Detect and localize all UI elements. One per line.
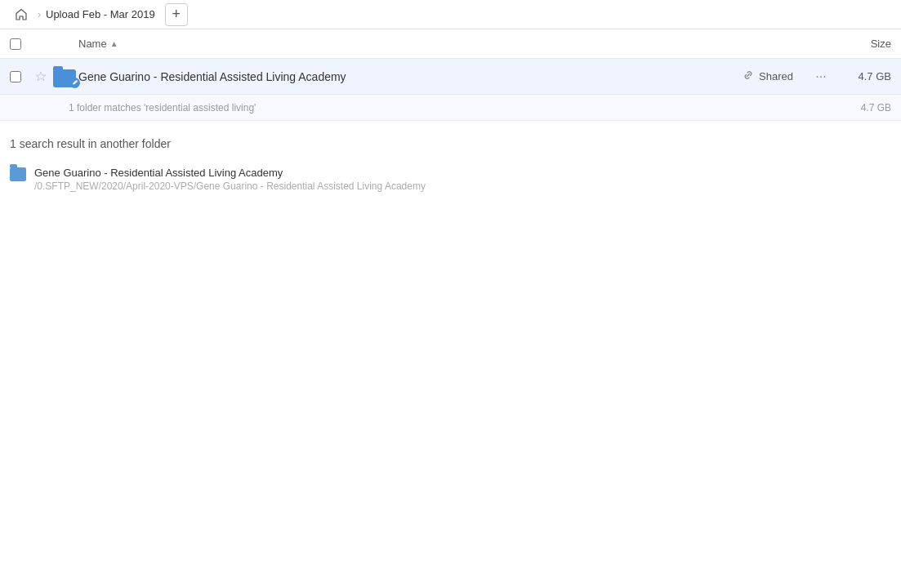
- row-checkbox[interactable]: [10, 71, 21, 82]
- breadcrumb-title: Upload Feb - Mar 2019: [46, 8, 155, 20]
- search-result-info: Gene Guarino - Residential Assisted Livi…: [34, 167, 426, 192]
- select-all-checkbox-area[interactable]: [10, 38, 29, 50]
- home-button[interactable]: [10, 3, 33, 26]
- ellipsis-icon: ···: [815, 69, 826, 84]
- select-all-checkbox[interactable]: [10, 38, 21, 50]
- header-bar: › Upload Feb - Mar 2019 +: [0, 0, 901, 29]
- search-result-section: 1 search result in another folder Gene G…: [0, 121, 901, 205]
- match-info-size: 4.7 GB: [861, 102, 891, 114]
- star-button[interactable]: [29, 71, 52, 82]
- row-checkbox-area[interactable]: [10, 71, 29, 82]
- more-options-button[interactable]: ···: [810, 65, 832, 88]
- folder-small-icon: [10, 167, 26, 181]
- search-result-heading: 1 search result in another folder: [10, 137, 891, 150]
- search-result-name: Gene Guarino - Residential Assisted Livi…: [34, 167, 426, 179]
- sort-arrow-icon: ▲: [110, 39, 118, 48]
- list-item[interactable]: Gene Guarino - Residential Assisted Livi…: [10, 162, 891, 197]
- file-size: 4.7 GB: [842, 70, 891, 82]
- size-column-header[interactable]: Size: [826, 38, 891, 50]
- search-result-path: /0.SFTP_NEW/2020/April-2020-VPS/Gene Gua…: [34, 180, 426, 192]
- match-info-row: 1 folder matches 'residential assisted l…: [0, 95, 901, 121]
- folder-icon: [52, 66, 78, 87]
- name-column-header[interactable]: Name ▲: [78, 38, 826, 50]
- breadcrumb-separator: ›: [38, 9, 41, 20]
- shared-area: Shared: [743, 69, 793, 83]
- shared-label: Shared: [759, 70, 793, 82]
- add-button[interactable]: +: [165, 3, 188, 26]
- name-column-label: Name: [78, 38, 107, 50]
- link-icon: [743, 69, 754, 83]
- column-headers: Name ▲ Size: [0, 29, 901, 59]
- file-name: Gene Guarino - Residential Assisted Livi…: [78, 70, 743, 83]
- file-row[interactable]: Gene Guarino - Residential Assisted Livi…: [0, 59, 901, 95]
- match-info-text: 1 folder matches 'residential assisted l…: [69, 102, 256, 114]
